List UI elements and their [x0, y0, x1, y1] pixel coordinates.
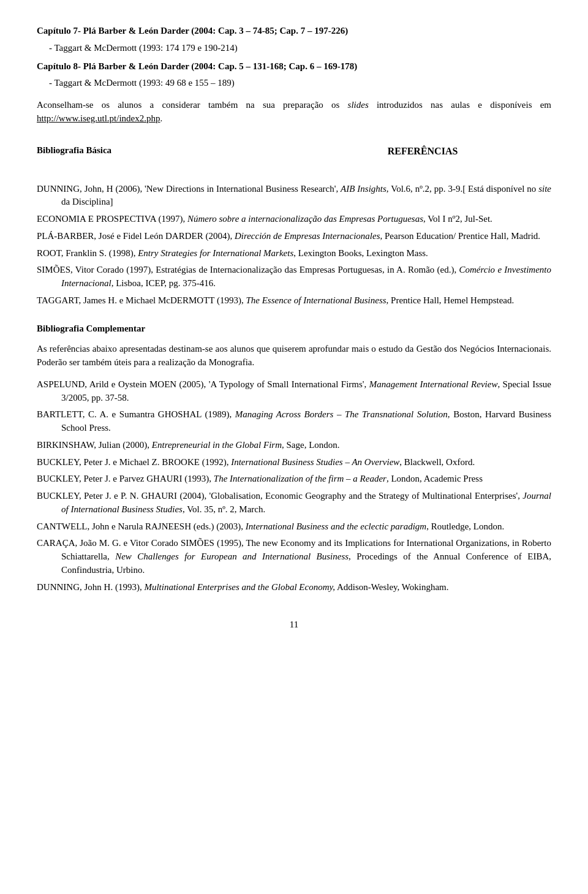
bib-entry-simoes: SIMÕES, Vitor Corado (1997), Estratégias… — [37, 263, 551, 290]
header-line1: Capítulo 7- Plá Barber & León Darder (20… — [37, 25, 551, 38]
bib-comp-buckley-ghauri1: BUCKLEY, Peter J. e Parvez GHAURI (1993)… — [37, 472, 551, 486]
bib-basica-title: Bibliografia Básica — [37, 144, 268, 157]
bib-entry-pla-barber: PLÁ-BARBER, José e Fidel León DARDER (20… — [37, 230, 551, 243]
bib-entry-taggart: TAGGART, James H. e Michael McDERMOTT (1… — [37, 294, 551, 308]
complementar-section: Bibliografia Complementar As referências… — [37, 322, 551, 594]
header-line4: - Taggart & McDermott (1993: 49 68 e 155… — [37, 77, 551, 90]
bib-basic-entries: DUNNING, John, H (2006), 'New Directions… — [37, 183, 551, 308]
page-number: 11 — [37, 618, 551, 632]
bib-comp-buckley-ghauri2: BUCKLEY, Peter J. e P. N. GHAURI (2004),… — [37, 490, 551, 517]
bib-comp-bartlett: BARTLETT, C. A. e Sumantra GHOSHAL (1989… — [37, 408, 551, 435]
referencias-title: REFERÊNCIAS — [294, 144, 551, 158]
bib-entry-economia: ECONOMIA E PROSPECTIVA (1997), Número so… — [37, 213, 551, 226]
bib-entry-root: ROOT, Franklin S. (1998), Entry Strategi… — [37, 247, 551, 260]
bib-comp-aspelund: ASPELUND, Arild e Oystein MOEN (2005), '… — [37, 378, 551, 405]
page-content: Capítulo 7- Plá Barber & León Darder (20… — [37, 25, 551, 632]
bib-complementar-title: Bibliografia Complementar — [37, 322, 551, 336]
header-line3: Capítulo 8- Plá Barber & León Darder (20… — [37, 60, 551, 74]
bib-comp-caraca: CARAÇA, João M. G. e Vitor Corado SIMÕES… — [37, 537, 551, 577]
header-line2: - Taggart & McDermott (1993: 174 179 e 1… — [37, 42, 551, 55]
header-section: Capítulo 7- Plá Barber & León Darder (20… — [37, 25, 551, 126]
intro-text: Aconselham-se os alunos a considerar tam… — [37, 99, 551, 126]
bib-comp-dunning: DUNNING, John H. (1993), Multinational E… — [37, 581, 551, 594]
complementar-intro: As referências abaixo apresentadas desti… — [37, 343, 551, 369]
bib-comp-buckley-brooke: BUCKLEY, Peter J. e Michael Z. BROOKE (1… — [37, 456, 551, 469]
bib-comp-birkinshaw: BIRKINSHAW, Julian (2000), Entrepreneuri… — [37, 439, 551, 452]
bib-entry-dunning: DUNNING, John, H (2006), 'New Directions… — [37, 183, 551, 210]
referencias-section: Bibliografia Básica REFERÊNCIAS DUNNING,… — [37, 144, 551, 594]
bib-comp-cantwell: CANTWELL, John e Narula RAJNEESH (eds.) … — [37, 520, 551, 534]
